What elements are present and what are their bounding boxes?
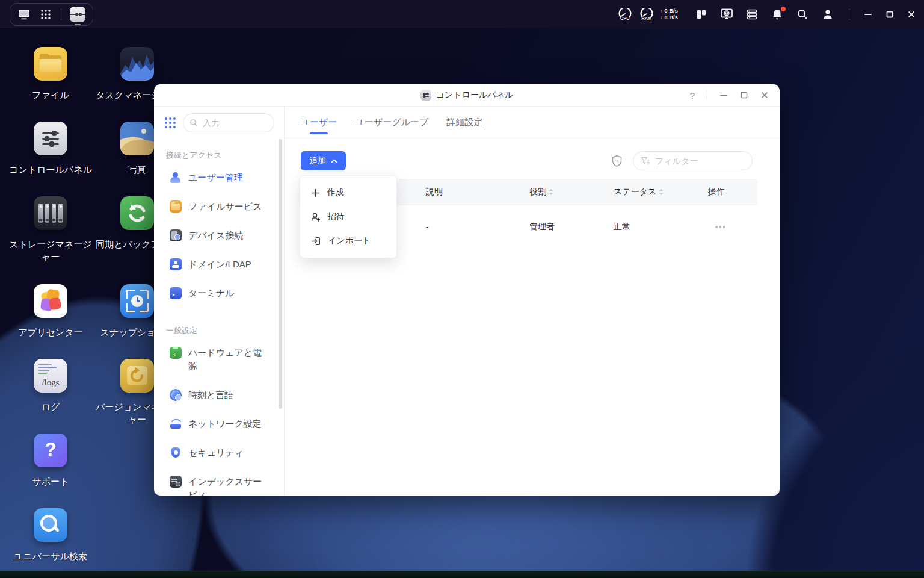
photos-icon[interactable] <box>120 122 154 155</box>
desktop-icon-label: 写真 <box>128 163 146 176</box>
desktop-icon-app-center[interactable]: アプリセンター <box>5 284 96 338</box>
sort-icon[interactable] <box>549 189 553 195</box>
snapshot-icon[interactable] <box>120 284 154 318</box>
desktop-icon-logs[interactable]: /logs ログ <box>5 359 96 413</box>
desktop-icon-files[interactable]: ファイル <box>5 47 96 101</box>
filter-box[interactable] <box>633 151 753 170</box>
sidebar-item-terminal[interactable]: ターミナル <box>154 279 284 308</box>
notification-bell-icon[interactable] <box>771 8 784 21</box>
window-minimize-icon[interactable] <box>719 91 728 99</box>
tab-user-groups[interactable]: ユーザーグループ <box>356 107 429 138</box>
user-account-icon[interactable] <box>821 8 834 21</box>
column-role[interactable]: 役割 <box>529 187 614 197</box>
close-icon[interactable] <box>907 10 916 19</box>
svg-text:?: ? <box>615 157 618 164</box>
desktop-icon-label: サポート <box>32 475 69 488</box>
taskbar-status-area: CPU RAM ↑0 B/s ↓0 B/s <box>617 8 916 21</box>
taskbar-control-panel-app-icon[interactable] <box>70 7 85 22</box>
plus-icon <box>311 188 320 197</box>
notification-dot <box>781 7 786 11</box>
user-plus-icon <box>311 213 321 222</box>
logs-icon[interactable]: /logs <box>34 359 67 393</box>
version-manager-icon[interactable] <box>120 359 154 393</box>
task-manager-icon[interactable] <box>120 47 154 81</box>
desktop-icon-label: ファイル <box>32 89 69 101</box>
sidebar-item-device-connection[interactable]: デバイス接続 <box>154 221 284 250</box>
minimize-icon[interactable] <box>864 10 872 19</box>
cpu-label: CPU <box>620 16 630 21</box>
desktop-icon-label: ユニバーサル検索 <box>14 550 87 562</box>
universal-search-icon[interactable] <box>34 508 67 542</box>
shield-question-icon[interactable]: ? <box>611 155 623 167</box>
time-language-icon <box>170 389 182 401</box>
sync-backup-icon[interactable] <box>120 196 154 230</box>
sidebar-item-time-language[interactable]: 時刻と言語 <box>154 381 284 409</box>
download-arrow-icon: ↓ <box>661 14 664 21</box>
taskbar-launcher-group <box>10 3 93 26</box>
hardware-power-icon <box>170 347 182 359</box>
column-actions: 操作 <box>708 187 757 197</box>
show-desktop-icon[interactable] <box>17 8 31 21</box>
sidebar-section-label: 接続とアクセス <box>154 150 284 161</box>
file-services-icon <box>170 200 182 213</box>
toolbar-right-group: ? <box>611 151 753 170</box>
widgets-panel-icon[interactable] <box>695 8 708 21</box>
help-button[interactable]: ? <box>690 90 695 101</box>
column-description: 説明 <box>426 187 529 197</box>
sidebar-item-index-service[interactable]: インデックスサービス <box>154 467 284 496</box>
upload-arrow-icon: ↑ <box>661 8 664 14</box>
cell-status: 正常 <box>614 222 708 232</box>
desktop-icon-universal-search[interactable]: ユニバーサル検索 <box>5 508 96 562</box>
support-icon[interactable]: ? <box>34 434 67 467</box>
sidebar-item-security[interactable]: セキュリティ <box>154 438 284 467</box>
control-panel-icon[interactable] <box>34 122 67 155</box>
window-close-icon[interactable] <box>760 91 769 99</box>
network-speed-widget[interactable]: ↑0 B/s ↓0 B/s <box>661 8 678 21</box>
system-window-controls <box>864 10 916 19</box>
sidebar-search-input[interactable] <box>202 117 252 128</box>
column-status[interactable]: ステータス <box>614 187 708 197</box>
sidebar-scrollbar[interactable] <box>279 139 282 409</box>
sidebar-item-domain-ldap[interactable]: ドメイン/LDAP <box>154 250 284 279</box>
menu-item-import[interactable]: インポート <box>300 229 396 253</box>
sidebar-item-file-services[interactable]: ファイルサービス <box>154 192 284 221</box>
desktop-icon-storage-manager[interactable]: ストレージマネージャー <box>5 196 96 263</box>
index-service-icon <box>170 476 182 488</box>
logs-tile-text: /logs <box>34 378 67 388</box>
control-panel-sidebar: 接続とアクセス ユーザー管理 ファイルサービス デバイス接続 ドメイン/LDAP <box>154 107 285 496</box>
add-button[interactable]: 追加 <box>301 151 346 170</box>
app-grid-icon[interactable] <box>39 8 52 21</box>
desktop-icon-support[interactable]: ? サポート <box>5 434 96 488</box>
sidebar-apps-grid-icon[interactable] <box>164 117 176 129</box>
remote-desktop-icon[interactable] <box>720 8 733 21</box>
ram-label: RAM <box>641 16 651 21</box>
tab-users[interactable]: ユーザー <box>301 107 337 138</box>
sidebar-item-user-management[interactable]: ユーザー管理 <box>154 163 284 192</box>
app-center-icon[interactable] <box>34 284 67 318</box>
filter-input[interactable] <box>654 155 745 166</box>
window-controls: ? <box>690 90 780 101</box>
sidebar-search-box[interactable] <box>183 113 274 132</box>
cpu-gauge-icon[interactable]: CPU <box>617 8 633 21</box>
window-title: コントロールパネル <box>436 90 514 101</box>
storage-devices-icon[interactable] <box>745 8 759 21</box>
row-actions-menu-icon[interactable] <box>708 226 757 228</box>
desktop-icon-label: ログ <box>42 400 60 413</box>
search-icon[interactable] <box>796 8 809 21</box>
window-maximize-icon[interactable] <box>740 91 748 99</box>
desktop-icon-control-panel[interactable]: コントロールパネル <box>5 122 96 176</box>
filter-funnel-icon <box>641 157 650 165</box>
sidebar-item-hardware-power[interactable]: ハードウェアと電源 <box>154 338 284 381</box>
sidebar-item-network-settings[interactable]: ネットワーク設定 <box>154 409 284 438</box>
menu-item-invite[interactable]: 招待 <box>300 205 396 229</box>
taskbar-divider <box>849 9 849 20</box>
tab-advanced-settings[interactable]: 詳細設定 <box>446 107 482 138</box>
window-titlebar[interactable]: コントロールパネル ? <box>154 84 780 107</box>
domain-ldap-icon <box>170 258 182 270</box>
ram-gauge-icon[interactable]: RAM <box>639 8 654 21</box>
storage-manager-icon[interactable] <box>34 196 67 230</box>
sort-icon[interactable] <box>659 189 664 195</box>
files-icon[interactable] <box>34 47 67 81</box>
maximize-icon[interactable] <box>886 10 894 19</box>
menu-item-create[interactable]: 作成 <box>300 181 396 205</box>
